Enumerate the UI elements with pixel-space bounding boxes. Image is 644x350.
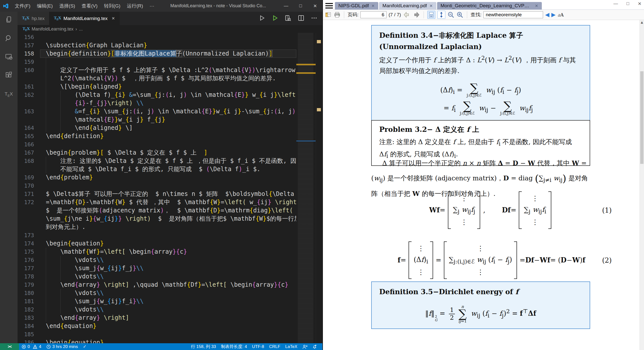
code-line-171[interactable]: 171$ \Delta$算子 可以用一个半正定的 $ n\times n $ 矩… — [18, 190, 296, 198]
code-line-172[interactable]: 172=\mathbf{D}-\mathbf{W} $ 代替 ，其中 $ \ma… — [18, 198, 296, 206]
close-icon[interactable]: ✕ — [535, 4, 538, 8]
sidebar-item-latex[interactable]: TEX — [3, 88, 15, 100]
code-line-167[interactable]: 167\begin{problem}[ $ \Delta $ 定义在 $ f $… — [18, 149, 296, 157]
print-icon[interactable] — [334, 12, 340, 18]
minimize-button[interactable]: — — [613, 1, 618, 7]
run-button[interactable] — [259, 15, 265, 22]
code-line-164[interactable]: 164 \end{aligned} \] — [18, 124, 296, 132]
code-editor[interactable]: 156157\subsection{Graph Laplacian}158\be… — [18, 33, 322, 343]
code-line-174[interactable]: 174\begin{equation} — [18, 239, 296, 248]
breadcrumb[interactable]: TEX ManifoldLearning.tex › ... — [18, 25, 322, 33]
cursor-position[interactable]: 行 158, 列 33 — [188, 343, 218, 350]
pdf-tab-nips-gdl-pdf[interactable]: NIPS-GDL.pdf✕ — [335, 2, 378, 10]
breadcrumb-more[interactable]: ... — [79, 27, 83, 32]
code-line-162-wrap[interactable]: {i}-f_{j}\right) \\ — [18, 99, 296, 107]
sidebar-item-search[interactable] — [3, 33, 15, 45]
maximize-button[interactable]: □ — [626, 1, 629, 7]
time-tracker[interactable]: 3 hrs 20 mins — [44, 343, 80, 350]
code-line-172-wrap[interactable]: $ 是一个邻接矩阵(adjacency matrix)， $ \mathbf{D… — [18, 206, 296, 215]
code-line-179[interactable]: 179 \end{array} \right] ,\qquad \mathbf{… — [18, 281, 296, 289]
code-line-161[interactable]: 161 \[\begin{aligned} — [18, 83, 296, 91]
code-line-158[interactable]: 158\begin{definition}[非标准化图Laplace算子(Unn… — [18, 50, 296, 58]
encoding[interactable]: UTF-8 — [249, 343, 267, 350]
code-line-178[interactable]: 178 \vdots\\ — [18, 272, 296, 281]
code-line-175[interactable]: 175 \mathbf{Wf}=\left[ \begin{array}{c} — [18, 248, 296, 256]
code-line-176[interactable]: 176 \vdots\\ — [18, 256, 296, 264]
code-line-186[interactable]: 186\begin{equation} — [18, 338, 296, 343]
menu-item-3[interactable]: 查看(V) — [78, 0, 101, 12]
more-actions-button[interactable] — [311, 15, 317, 22]
code-line-168-wrap[interactable]: 不能写成 $ \Delta f_i $ 的形式, 只能写成 $ (\Delta … — [18, 165, 296, 173]
tab-manifoldlearning-tex[interactable]: TEXManifoldLearning.tex✕ — [49, 12, 120, 25]
fit-page-button[interactable] — [427, 11, 435, 19]
tab-size[interactable]: 制表符长度: 4 — [218, 343, 249, 350]
zoom-in-icon[interactable] — [456, 11, 463, 18]
close-icon[interactable]: ✕ — [429, 4, 433, 8]
find-previous-icon[interactable]: ◀ — [545, 12, 549, 18]
find-next-icon[interactable]: ▶ — [551, 12, 556, 18]
menu-icon[interactable] — [325, 3, 333, 9]
language-mode[interactable]: LaTeX — [283, 343, 300, 350]
close-icon[interactable]: ✕ — [371, 4, 374, 8]
code-line-163[interactable]: 163 &=f_{i} \sum_{j:(i, j) \in \mathcal{… — [18, 107, 296, 116]
problems-status[interactable]: 04 — [19, 343, 44, 350]
code-line-172-wrap[interactable]: 到对角元上）. — [18, 223, 296, 231]
open-file-icon[interactable] — [325, 12, 332, 18]
code-line-182[interactable]: 182 \vdots\\ — [18, 305, 296, 314]
minimize-button[interactable]: — — [279, 0, 293, 12]
code-line-169[interactable]: 169\end{problem} — [18, 173, 296, 182]
code-line-184[interactable]: 184\end{equation} — [18, 322, 296, 330]
find-input[interactable] — [483, 11, 543, 18]
remote-indicator[interactable]: >< — [0, 343, 19, 350]
code-line-180[interactable]: 180 \vdots\\ — [18, 289, 296, 297]
menu-item-0[interactable]: 文件(F) — [12, 0, 34, 12]
menu-item-5[interactable]: 运行(R) — [124, 0, 146, 12]
menu-item-4[interactable]: 转到(G) — [101, 0, 123, 12]
code-line-159[interactable]: 159 — [18, 58, 296, 66]
page-forward-icon[interactable] — [413, 12, 420, 18]
sidebar-item-extensions[interactable] — [3, 70, 15, 82]
breadcrumb-file[interactable]: ManifoldLearning.tex — [32, 27, 73, 32]
scrollbar-thumb[interactable] — [640, 71, 643, 164]
eol[interactable]: CRLF — [267, 343, 283, 350]
code-line-170[interactable]: 170 — [18, 182, 296, 190]
code-line-177[interactable]: 177 \sum_j{w_{ij}f_j}\\ — [18, 264, 296, 272]
code-line-160[interactable]: 160 定义了一个作用于 $ f $ 上的算子 $ \Delta :L^2(\m… — [18, 66, 296, 74]
code-line-183[interactable]: 183 \end{array} \right] — [18, 314, 296, 322]
code-line-168[interactable]: 168 注意: 这里的$ \Delta $ 定义是在 $ f $ 上 ，但是由于… — [18, 157, 296, 165]
code-line-181[interactable]: 181 \sum_j{w_{ij}f_i}\\ — [18, 297, 296, 305]
close-button[interactable]: ✕ — [308, 0, 322, 12]
view-pdf-button[interactable] — [285, 15, 291, 22]
scroll-up-icon[interactable]: ▲ — [640, 20, 644, 24]
pdf-page[interactable]: ▲ Definition 3.4−非标准化图 Laplace 算子 (Unnor… — [323, 20, 644, 350]
feedback-icon[interactable] — [300, 343, 310, 350]
pdf-scrollbar[interactable]: ▲ — [639, 20, 644, 350]
menu-item-2[interactable]: 选择(S) — [56, 0, 78, 12]
code-line-157[interactable]: 157\subsection{Graph Laplacian} — [18, 41, 296, 50]
sidebar-item-explorer[interactable] — [3, 14, 15, 26]
match-case-icon[interactable]: aA — [558, 12, 564, 18]
menu-item-6[interactable]: ··· — [146, 0, 158, 12]
code-line-165[interactable]: 165\end{definition} — [18, 132, 296, 140]
page-number-input[interactable] — [360, 11, 387, 18]
zoom-out-icon[interactable] — [447, 11, 454, 18]
close-icon[interactable]: ✕ — [112, 16, 115, 21]
build-latex-button[interactable] — [272, 15, 278, 22]
continuous-view-button[interactable] — [437, 11, 445, 19]
sidebar-item-remote-explorer[interactable] — [3, 51, 15, 63]
code-line-185[interactable]: 185 — [18, 330, 296, 338]
build-check[interactable]: ✓ — [80, 343, 89, 350]
page-back-icon[interactable] — [403, 12, 411, 18]
menu-item-1[interactable]: 编辑(E) — [34, 0, 56, 12]
pdf-tab-manifoldlearning-pdf[interactable]: ManifoldLearning.pdf✕ — [379, 2, 436, 10]
notifications-bell-icon[interactable] — [310, 343, 319, 350]
close-button[interactable]: ✕ — [638, 1, 641, 7]
minimap[interactable] — [296, 33, 316, 343]
code-line-173[interactable]: 173 — [18, 231, 296, 239]
code-line-162[interactable]: 162 (\Delta f)_{i} &=\sum_{j:(i, j) \in … — [18, 91, 296, 99]
code-line-160-wrap[interactable]: L^2(\mathcal{V}) $ ，用于刻画 $ f $ 与其局部加权平均值… — [18, 74, 296, 83]
code-line-172-wrap[interactable]: \sum_{j\ne i}{w_{ij}} \right) $ 是对角阵（相当于… — [18, 215, 296, 223]
maximize-button[interactable]: □ — [293, 0, 308, 12]
pdf-tab-monti_geometric_deep_learning_cvpr_2-[interactable]: Monti_Geometric_Deep_Learning_CVPR_2...✕ — [437, 2, 542, 10]
code-line-163-wrap[interactable]: \mathcal{E}}w_{i j} f_{j} — [18, 116, 296, 124]
